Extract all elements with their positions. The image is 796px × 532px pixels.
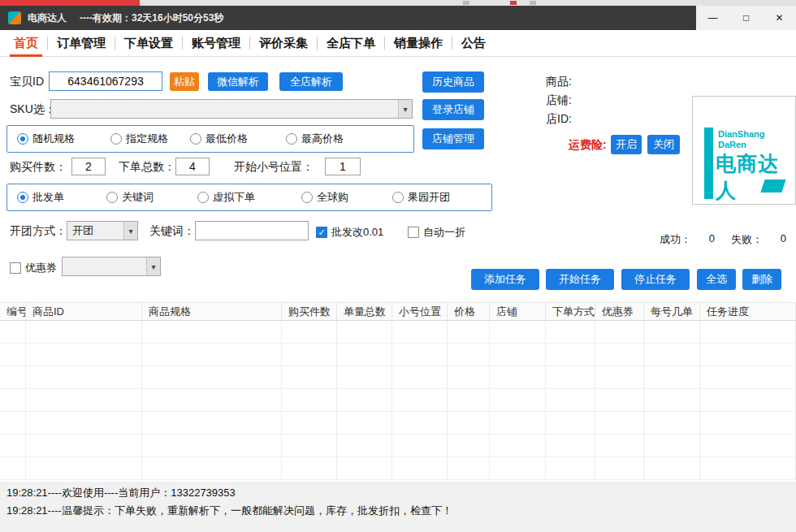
login-store-button[interactable]: 登录店铺 <box>422 99 484 120</box>
tab-review-collect[interactable]: 评价采集 <box>252 30 315 57</box>
radio-random-spec[interactable]: 随机规格 <box>17 132 75 146</box>
table-cell <box>142 435 282 456</box>
checkbox-label: 自动一折 <box>423 225 465 240</box>
radio-label: 最高价格 <box>301 132 344 146</box>
table-cell <box>490 389 546 411</box>
table-header-cell: 下单方式 <box>546 303 595 320</box>
background-window-icon <box>530 1 536 5</box>
auto-discount-checkbox[interactable]: ✓ 自动一折 <box>408 225 465 240</box>
wechat-parse-button[interactable]: 微信解析 <box>208 72 268 91</box>
start-task-button[interactable]: 开始任务 <box>546 269 614 290</box>
tab-order-management[interactable]: 订单管理 <box>50 30 113 57</box>
radio-virtual-order[interactable]: 虚拟下单 <box>197 190 255 205</box>
group-mode-label: 开团方式： <box>10 221 67 240</box>
sku-select[interactable]: ▾ <box>50 99 413 119</box>
tab-whole-store-order[interactable]: 全店下单 <box>319 30 383 57</box>
keyword-input[interactable] <box>195 221 309 240</box>
table-cell <box>546 366 595 388</box>
tab-separator <box>384 37 385 50</box>
table-header-cell: 店铺 <box>490 303 546 320</box>
tab-sales-operation[interactable]: 销量操作 <box>387 30 450 57</box>
table-header-cell: 每号几单 <box>644 303 700 320</box>
freight-open-button[interactable]: 开启 <box>611 135 642 154</box>
table-cell <box>392 435 448 456</box>
table-cell <box>0 344 26 365</box>
tab-order-settings[interactable]: 下单设置 <box>117 30 180 57</box>
radio-lowest-price[interactable]: 最低价格 <box>190 132 248 146</box>
radio-global-buy[interactable]: 全球购 <box>301 190 348 205</box>
coupon-select[interactable]: ▾ <box>62 257 161 276</box>
wholesale-001-checkbox[interactable]: ✓ 批发改0.01 <box>316 225 383 240</box>
minimize-button[interactable]: — <box>696 6 729 30</box>
radio-specified-spec[interactable]: 指定规格 <box>110 132 168 146</box>
table-cell <box>490 435 546 456</box>
table-row <box>0 457 796 480</box>
radio-dot <box>106 192 118 203</box>
add-task-button[interactable]: 添加任务 <box>471 269 539 290</box>
window-title: 电商达人 <box>28 11 67 25</box>
table-cell <box>595 435 644 456</box>
total-orders-input[interactable] <box>175 158 210 175</box>
item-id-input[interactable] <box>49 71 162 91</box>
table-cell <box>0 435 26 456</box>
table-cell <box>490 366 546 388</box>
check-icon: ✓ <box>318 227 325 238</box>
radio-wholesale-order[interactable]: 批发单 <box>17 190 64 205</box>
table-cell <box>490 457 546 479</box>
table-cell <box>448 389 490 411</box>
table-cell <box>337 435 392 456</box>
paste-button[interactable]: 粘贴 <box>170 72 199 91</box>
close-button[interactable]: ✕ <box>763 6 796 30</box>
store-id-label: 店ID: <box>546 109 572 128</box>
radio-label: 最低价格 <box>205 132 248 146</box>
radio-keyword[interactable]: 关键词 <box>106 190 154 205</box>
history-products-button[interactable]: 历史商品 <box>422 71 484 93</box>
qty-input[interactable] <box>71 158 106 175</box>
logo-subtext-line2: DaRen <box>718 140 764 150</box>
table-cell <box>337 389 392 411</box>
tab-home[interactable]: 首页 <box>6 30 45 57</box>
logo-bar-shape <box>704 128 713 199</box>
stop-task-button[interactable]: 停止任务 <box>621 269 690 290</box>
coupon-checkbox[interactable]: ✓ 优惠券 <box>10 261 57 275</box>
table-cell <box>142 457 282 479</box>
start-position-input[interactable] <box>325 158 361 175</box>
checkbox-box: ✓ <box>316 227 327 238</box>
table-cell <box>392 412 448 434</box>
checkbox-box: ✓ <box>408 227 419 238</box>
select-all-button[interactable]: 全选 <box>697 269 736 290</box>
success-count: 0 <box>697 232 715 244</box>
group-mode-select[interactable]: 开团 ▾ <box>67 221 138 240</box>
store-manage-button[interactable]: 店铺管理 <box>422 128 484 149</box>
freight-close-button[interactable]: 关闭 <box>647 135 680 154</box>
table-cell <box>392 457 448 479</box>
table-header-cell: 价格 <box>448 303 490 320</box>
background-window-strip <box>0 0 796 6</box>
tab-account-management[interactable]: 账号管理 <box>184 30 248 57</box>
tab-announcement[interactable]: 公告 <box>454 30 493 57</box>
main-nav-tabbar: 首页 订单管理 下单设置 账号管理 评价采集 全店下单 销量操作 公告 <box>0 30 796 57</box>
title-bar: 电商达人 ----有效期：32天16小时50分53秒 — □ ✕ <box>0 6 796 30</box>
qty-label: 购买件数： <box>10 157 67 176</box>
app-window: 电商达人 ----有效期：32天16小时50分53秒 — □ ✕ 首页 订单管理… <box>0 0 796 532</box>
radio-dot <box>197 192 209 203</box>
checkbox-label: 批发改0.01 <box>331 225 383 240</box>
coupon-select-value <box>63 257 146 275</box>
table-header-cell: 任务进度 <box>700 303 796 320</box>
table-cell <box>546 457 595 479</box>
delete-button[interactable]: 删除 <box>742 269 781 290</box>
whole-store-parse-button[interactable]: 全店解析 <box>279 72 343 91</box>
table-cell <box>0 389 26 411</box>
product-label: 商品: <box>546 71 572 91</box>
table-cell <box>490 412 546 434</box>
table-cell <box>700 321 796 343</box>
radio-label: 关键词 <box>122 190 154 205</box>
radio-highest-price[interactable]: 最高价格 <box>286 132 344 146</box>
table-cell <box>26 344 142 365</box>
table-cell <box>0 412 26 434</box>
table-cell <box>490 321 546 343</box>
table-cell <box>142 366 282 388</box>
maximize-button[interactable]: □ <box>729 6 763 30</box>
table-cell <box>282 457 337 479</box>
radio-orchard-group[interactable]: 果园开团 <box>392 190 450 205</box>
